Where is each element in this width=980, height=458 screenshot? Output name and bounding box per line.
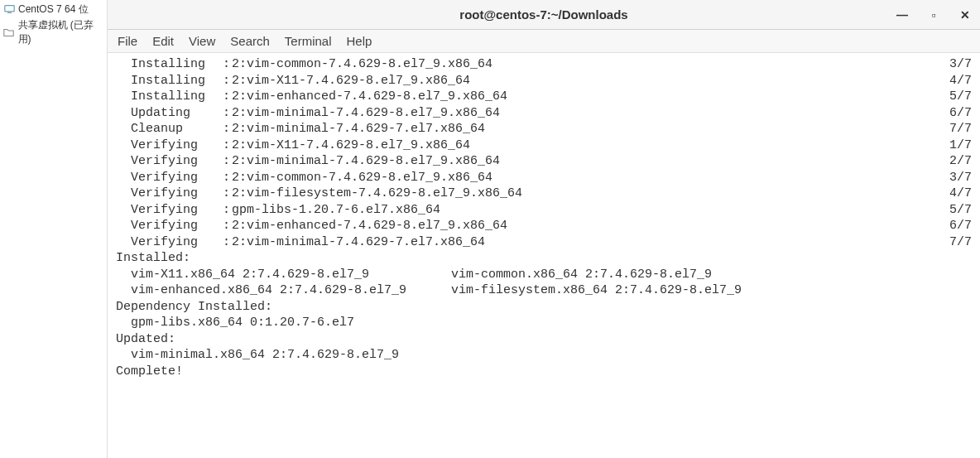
svg-rect-0: [4, 6, 13, 12]
terminal-line: Verifying : 2:vim-minimal-7.4.629-8.el7_…: [116, 153, 972, 170]
menu-terminal[interactable]: Terminal: [285, 34, 332, 48]
terminal-line: Installing : 2:vim-common-7.4.629-8.el7_…: [116, 56, 972, 73]
terminal-output[interactable]: Installing : 2:vim-common-7.4.629-8.el7_…: [108, 53, 980, 458]
menu-file[interactable]: File: [118, 34, 137, 48]
menubar: File Edit View Search Terminal Help: [108, 30, 980, 53]
terminal-line: vim-minimal.x86_64 2:7.4.629-8.el7_9: [116, 347, 972, 364]
terminal-line: Verifying : gpm-libs-1.20.7-6.el7.x86_64…: [116, 202, 972, 219]
terminal-window: root@centos-7:~/Downloads — ▫ ✕ File Edi…: [108, 0, 980, 458]
close-button[interactable]: ✕: [957, 7, 973, 23]
terminal-line: Complete!: [116, 364, 972, 380]
window-controls: — ▫ ✕: [894, 7, 973, 23]
terminal-line: gpm-libs.x86_64 0:1.20.7-6.el7: [116, 315, 972, 331]
menu-edit[interactable]: Edit: [152, 34, 174, 48]
folder-icon: [3, 27, 15, 38]
monitor-icon: [3, 4, 15, 16]
terminal-line: vim-enhanced.x86_64 2:7.4.629-8.el7_9 vi…: [116, 282, 972, 299]
vm-tree-item[interactable]: 共享虚拟机 (已弃用): [3, 17, 103, 47]
terminal-line: Cleanup : 2:vim-minimal-7.4.629-7.el7.x8…: [116, 121, 972, 137]
menu-help[interactable]: Help: [347, 34, 372, 48]
vm-label: 共享虚拟机 (已弃用): [18, 18, 104, 46]
terminal-line: Verifying : 2:vim-minimal-7.4.629-7.el7.…: [116, 234, 972, 251]
menu-search[interactable]: Search: [230, 34, 270, 48]
maximize-button[interactable]: ▫: [925, 7, 942, 23]
minimize-button[interactable]: —: [894, 7, 910, 23]
terminal-line: Verifying : 2:vim-common-7.4.629-8.el7_9…: [116, 170, 972, 186]
terminal-line: vim-X11.x86_64 2:7.4.629-8.el7_9 vim-com…: [116, 267, 972, 283]
window-titlebar: root@centos-7:~/Downloads — ▫ ✕: [108, 0, 980, 30]
terminal-line: Installing : 2:vim-X11-7.4.629-8.el7_9.x…: [116, 73, 972, 89]
terminal-line: Verifying : 2:vim-filesystem-7.4.629-8.e…: [116, 186, 972, 202]
terminal-line: Updating : 2:vim-minimal-7.4.629-8.el7_9…: [116, 105, 972, 122]
vm-tree-item[interactable]: CentOS 7 64 位: [3, 2, 103, 17]
terminal-line: Dependency Installed:: [116, 299, 972, 316]
window-title: root@centos-7:~/Downloads: [459, 7, 627, 22]
svg-rect-1: [7, 12, 12, 13]
menu-view[interactable]: View: [189, 34, 215, 48]
terminal-line: Installed:: [116, 250, 972, 267]
terminal-line: Verifying : 2:vim-X11-7.4.629-8.el7_9.x8…: [116, 137, 972, 154]
terminal-line: Verifying : 2:vim-enhanced-7.4.629-8.el7…: [116, 218, 972, 234]
terminal-line: Installing : 2:vim-enhanced-7.4.629-8.el…: [116, 89, 972, 105]
vm-label: CentOS 7 64 位: [18, 2, 89, 17]
terminal-line: Updated:: [116, 331, 972, 348]
vm-sidebar: CentOS 7 64 位 共享虚拟机 (已弃用): [0, 0, 108, 458]
